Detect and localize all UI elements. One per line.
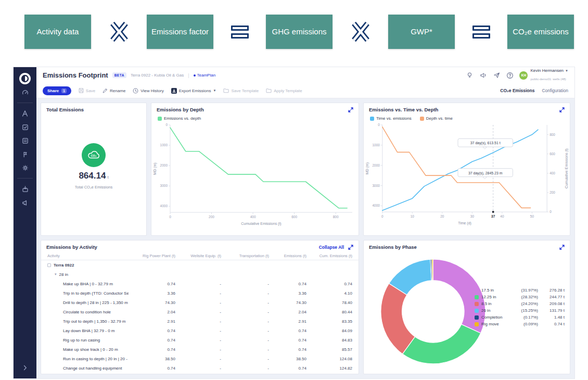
svg-text:37 day(s), 2845.23 m: 37 day(s), 2845.23 m	[468, 171, 503, 175]
column-header: Emissions (t)	[269, 254, 306, 258]
chevron-down-icon: ▼	[213, 89, 216, 92]
chevron-down-icon: ▼	[565, 69, 568, 72]
svg-text:4000: 4000	[372, 204, 380, 207]
settings-gear-icon[interactable]	[18, 161, 32, 174]
lightbulb-icon[interactable]	[465, 71, 474, 80]
phase-legend-item[interactable]: 17.5 in(31.97%)276.28 t	[475, 287, 565, 294]
header-separator: |	[188, 73, 189, 78]
svg-text:2000: 2000	[372, 163, 380, 167]
donut-slice	[403, 324, 481, 364]
equals-icon	[231, 26, 249, 39]
svg-text:0: 0	[381, 214, 384, 218]
row-checkbox[interactable]	[47, 263, 51, 267]
svg-text:37 day(s), 613.51 t: 37 day(s), 613.51 t	[470, 141, 501, 145]
svg-text:0: 0	[378, 123, 380, 126]
table-row[interactable]: ▾28 in	[41, 270, 359, 279]
formula-box-gwp: GWP*	[388, 15, 455, 49]
user-menu[interactable]: KH Kevin Hermansen▼ public-demo01: wells…	[519, 68, 568, 82]
svg-text:0: 0	[165, 123, 168, 126]
avatar: KH	[519, 71, 528, 80]
table-row: Make up shoe track | 0 - 20 m0.74--0.748…	[41, 345, 359, 354]
co2-cloud-icon: CO₂	[82, 143, 106, 167]
expand-icon[interactable]	[348, 245, 353, 250]
column-header: Cum. Emissions (t)	[306, 254, 352, 258]
svg-text:4000: 4000	[160, 204, 168, 208]
svg-text:20: 20	[440, 214, 444, 218]
sidebar-collapse-icon[interactable]	[18, 361, 32, 374]
project-name: Terra 0922 - Kubla Oil & Gas	[131, 73, 184, 78]
emissions-time-depth-panel: Emissions vs. Time vs. Depth Time vs. em…	[363, 103, 570, 236]
page: Activity data Emissions factor GHG emiss…	[0, 0, 588, 380]
table-row: Trip in to depth (TTD: Conductor Section…	[41, 288, 359, 298]
total-emissions-value: 864.14t	[79, 171, 108, 181]
projects-icon[interactable]	[18, 134, 32, 147]
apply-template-button[interactable]: Apply Template	[266, 88, 302, 93]
svg-text:2000: 2000	[160, 163, 168, 167]
column-header: Rig Power Plant (t)	[129, 254, 175, 258]
tab-co2e-emissions[interactable]: CO₂e Emissions	[500, 88, 534, 93]
wells-icon[interactable]	[18, 107, 32, 120]
sidebar	[14, 67, 36, 378]
legend-item[interactable]: Depth vs. time	[420, 116, 453, 121]
total-emissions-panel: Total Emissions CO₂ 864.14t Total CO₂e E…	[41, 103, 147, 236]
panel-title: Emissions by Phase	[369, 244, 417, 250]
formula-box-co2e-emissions: CO₂e emissions	[507, 15, 574, 49]
table-row: Circulate to condition hole2.04--2.0480.…	[41, 307, 359, 316]
view-history-button[interactable]: View History	[133, 88, 163, 94]
share-button[interactable]: Share1	[43, 86, 71, 95]
expand-icon[interactable]	[559, 107, 565, 112]
panel-title: Total Emissions	[46, 107, 84, 112]
save-button[interactable]: Save	[79, 88, 95, 93]
collapse-all-link[interactable]: Collapse All	[319, 245, 344, 250]
save-template-button[interactable]: Save Template	[223, 88, 259, 93]
phase-legend-item[interactable]: 12.25 in(28.32%)244.77 t	[475, 294, 565, 300]
phase-legend-item[interactable]: 8.5 in(24.20%)209.08 t	[475, 300, 565, 307]
svg-text:200: 200	[209, 215, 214, 219]
emissions-by-depth-chart: 010002000300040000200400600800Cumulative…	[151, 121, 359, 227]
tab-configuration[interactable]: Configuration	[542, 88, 568, 93]
svg-text:10: 10	[411, 214, 415, 218]
multiply-icon	[350, 20, 371, 43]
donut-slice	[381, 284, 415, 354]
phase-legend-item[interactable]: Rig move(0.09%)0.74 t	[475, 321, 565, 327]
expand-icon[interactable]	[348, 107, 353, 112]
paper-plane-icon[interactable]	[492, 71, 501, 80]
export-box-icon[interactable]	[18, 182, 32, 196]
legend-item[interactable]: Emissions vs. depth	[158, 116, 201, 121]
announcement-icon[interactable]	[479, 71, 487, 80]
flag-icon[interactable]	[18, 147, 32, 161]
toolbar: Share1 Save Rename View History	[36, 83, 574, 98]
svg-text:3000: 3000	[160, 184, 168, 187]
table-row: Lay down BHA | 32.79 - 0 m0.74--0.7484.0…	[41, 326, 359, 335]
help-icon[interactable]	[506, 71, 514, 80]
megaphone-icon[interactable]	[18, 196, 32, 209]
svg-text:400: 400	[250, 215, 256, 219]
svg-text:Cumulative Emissions (t): Cumulative Emissions (t)	[565, 148, 569, 188]
app-logo[interactable]	[18, 72, 32, 85]
chart-tooltip: 37 day(s), 2845.23 m	[458, 169, 513, 179]
svg-text:50: 50	[530, 214, 534, 218]
expand-icon[interactable]	[559, 245, 565, 250]
chart-tooltip: 37 day(s), 613.51 t	[458, 138, 513, 149]
formula-banner: Activity data Emissions factor GHG emiss…	[24, 12, 574, 51]
phase-legend-item[interactable]: 26 in(15.25%)131.79 t	[475, 307, 565, 314]
equals-icon	[472, 26, 490, 39]
formula-box-emissions-factor: Emissions factor	[147, 15, 213, 49]
formula-box-activity-data: Activity data	[24, 15, 91, 49]
teamplan-link[interactable]: TeamPlan	[194, 73, 216, 78]
plan-dot-icon	[194, 74, 196, 77]
legend-item[interactable]: Time vs. emissions	[370, 116, 412, 121]
collapse-caret-icon[interactable]: ▾	[55, 272, 57, 276]
svg-text:200: 200	[549, 191, 555, 194]
dashboard-gauge-icon[interactable]	[18, 85, 32, 99]
svg-text:MD (m): MD (m)	[365, 162, 369, 174]
rename-button[interactable]: Rename	[103, 88, 125, 93]
table-row: Change out handling equipment0.74--0.741…	[41, 363, 359, 373]
activity-table-body: Terra 0922▾28 inMake up BHA | 0 - 32.79 …	[41, 260, 359, 373]
table-row[interactable]: Terra 0922	[41, 260, 359, 270]
svg-text:Time (d): Time (d)	[458, 221, 471, 225]
phase-legend-item[interactable]: Completion(0.17%)1.48 t	[475, 314, 565, 321]
export-emissions-button[interactable]: Export Emissions ▼	[171, 88, 216, 94]
tasks-icon[interactable]	[18, 120, 32, 134]
emissions-by-activity-panel: Emissions by Activity Collapse All Activ…	[41, 240, 359, 374]
